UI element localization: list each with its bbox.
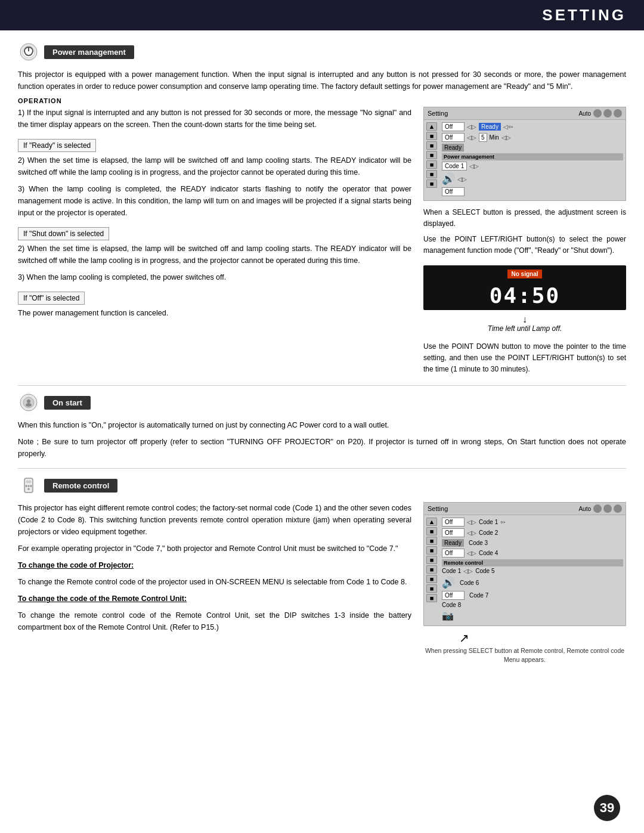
remote-arrow-area: ↗ <box>423 632 626 644</box>
remote-off4: Off <box>442 591 465 600</box>
remote-control-text1: This projector has eight different remot… <box>18 502 411 538</box>
remote-code1-main: Code 1 <box>442 568 461 574</box>
remote-control-header: Remote control <box>18 475 626 496</box>
remote-arrow-5: ◁▷ <box>463 568 473 574</box>
change-remote-title: To change the code of the Remote Control… <box>18 593 411 605</box>
remote-row-5: Code 1 ◁▷ Code 5 <box>442 568 623 574</box>
remote-arrow-2: ⇦ <box>500 519 505 525</box>
remote-code3-label: Code 3 <box>469 540 488 546</box>
remote-ui-sidebar: ▲ ■ ■ ■ ■ ■ ■ ■ ■ <box>426 518 439 623</box>
remote-speaker-icon: 🔊 <box>442 576 455 589</box>
point-down-text: Use the POINT DOWN button to move the po… <box>423 341 626 374</box>
ui-sidebar-btn-4: ■ <box>426 151 437 159</box>
ui-sidebar-btn-2: ■ <box>426 132 437 140</box>
svg-rect-8 <box>26 481 31 483</box>
no-signal-badge: No signal <box>507 270 541 278</box>
ui-arrow-3: ◁▷ <box>467 134 476 141</box>
ui-row-3: Ready <box>442 144 623 151</box>
ui-sidebar-btn-6: ■ <box>426 170 437 178</box>
power-management-icon <box>18 41 39 63</box>
if-ready-step3: 3) When the lamp cooling is completed, t… <box>18 183 411 219</box>
remote-control-icon <box>18 475 39 496</box>
remote-control-right: Setting Auto ▲ ■ <box>423 502 626 664</box>
point-lr-text: Use the POINT LEFT/RIGHT button(s) to se… <box>423 234 626 256</box>
remote-code2-label: Code 2 <box>479 529 498 536</box>
section-divider-2 <box>18 468 626 469</box>
ui-icon-2 <box>603 109 612 117</box>
operation-step1: 1) If the input signal is interrupted an… <box>18 107 411 131</box>
power-management-right-col: Setting Auto ▲ ■ ■ <box>423 107 626 379</box>
remote-arrow-1: ◁▷ <box>467 519 476 525</box>
remote-row-7: Off Code 7 <box>442 591 623 600</box>
remote-code8-label: Code 8 <box>442 602 461 608</box>
remote-sidebar-btn-4: ■ <box>426 546 437 555</box>
remote-code7-label: Code 7 <box>469 592 488 599</box>
timer-digits: 04:50 <box>428 283 621 308</box>
svg-point-9 <box>28 485 30 487</box>
remote-arrow-pointer: ↗ <box>423 632 626 644</box>
svg-point-6 <box>27 400 30 403</box>
ui-row-1: Off ◁▷ Ready ◁⇦ <box>442 122 623 131</box>
svg-point-11 <box>26 485 27 487</box>
remote-row-1: Off ◁▷ Code 1 ⇦ <box>442 518 623 527</box>
remote-sidebar-btn-1: ▲ <box>426 518 437 526</box>
remote-code6-label: Code 6 <box>460 580 479 586</box>
remote-off2: Off <box>442 528 465 537</box>
remote-ui-icon-1 <box>593 504 602 513</box>
remote-ui-icon-2 <box>603 504 612 513</box>
time-left-caption: Time left until Lamp off. <box>423 324 626 333</box>
timer-section: No signal 04:50 ↓ Time left until Lamp o… <box>423 261 626 336</box>
ui-main-area: Off ◁▷ Ready ◁⇦ Off ◁▷ 5 Min ◁▷ <box>442 122 623 198</box>
remote-control-left: This projector has eight different remot… <box>18 502 411 664</box>
power-management-intro: This projector is equipped with a power … <box>18 69 626 92</box>
remote-ui-body: ▲ ■ ■ ■ ■ ■ ■ ■ ■ Off <box>424 515 626 625</box>
on-start-note: Note ; Be sure to turn projector off pro… <box>18 436 626 460</box>
ui-off1-dropdown: Off <box>442 122 465 131</box>
remote-control-ui-mockup: Setting Auto ▲ ■ <box>423 502 626 626</box>
ui-off3-dropdown: Off <box>442 187 465 196</box>
remote-arrow-3: ◁▷ <box>467 529 476 536</box>
remote-sidebar-btn-2: ■ <box>426 527 437 535</box>
ui-ready2: Ready <box>442 144 464 151</box>
ui-icon-3 <box>614 109 622 117</box>
remote-row-6: 🔊 Code 6 <box>442 576 623 589</box>
ui-sidebar-btn-3: ■ <box>426 141 437 150</box>
remote-ui-icons <box>593 504 622 513</box>
remote-sidebar-btn-9: ■ <box>426 594 437 602</box>
remote-camera-icon: 📷 <box>442 610 454 621</box>
ui-sidebar: ▲ ■ ■ ■ ■ ■ ■ <box>426 122 439 198</box>
on-start-section: On start When this function is "On," pro… <box>18 392 626 460</box>
select-text: When a SELECT button is pressed, the adj… <box>423 207 626 229</box>
if-shutdown-label: If "Shut down" is selected <box>18 227 109 240</box>
remote-sidebar-btn-7: ■ <box>426 575 437 583</box>
remote-row-4: Off ◁▷ Code 4 <box>442 549 623 558</box>
ui-sidebar-btn-5: ■ <box>426 160 437 169</box>
ui-window-icons <box>593 109 622 117</box>
if-ready-step2: 2) When the set time is elapsed, the lam… <box>18 154 411 178</box>
if-off-text: The power management function is cancele… <box>18 307 411 319</box>
ui-min-label: Min <box>490 134 499 141</box>
ui-icon-1 <box>593 109 602 117</box>
ui-titlebar: Setting Auto <box>424 107 626 120</box>
operation-label: OPERATION <box>18 97 626 104</box>
on-start-title: On start <box>44 396 91 410</box>
if-ready-label: If "Ready" is selected <box>18 139 96 152</box>
ui-speaker-icon: 🔊 <box>442 172 455 185</box>
ui-row-2: Off ◁▷ 5 Min ◁▷ <box>442 133 623 142</box>
ui-off2-dropdown: Off <box>442 133 465 142</box>
remote-sidebar-btn-5: ■ <box>426 556 437 564</box>
ui-auto-label: Auto <box>578 110 591 117</box>
ui-body: ▲ ■ ■ ■ ■ ■ ■ Off ◁▷ Ready ◁⇦ <box>424 120 626 200</box>
if-shutdown-step2: 2) When the set time is elapsed, the lam… <box>18 243 411 267</box>
change-projector-text: To change the Remote control code of the… <box>18 576 411 588</box>
remote-off1: Off <box>442 518 465 527</box>
svg-point-5 <box>26 403 32 407</box>
remote-ui-titlebar-right: Auto <box>578 504 622 513</box>
page-header: SETTING <box>0 0 644 30</box>
ui-code1-dropdown: Code 1 <box>442 162 467 171</box>
remote-caption: When pressing SELECT button at Remote co… <box>423 646 626 664</box>
on-start-header: On start <box>18 392 626 413</box>
ui-arrow-1: ◁▷ <box>467 123 476 130</box>
ui-sidebar-btn-1: ▲ <box>426 122 437 131</box>
svg-point-10 <box>28 488 30 490</box>
